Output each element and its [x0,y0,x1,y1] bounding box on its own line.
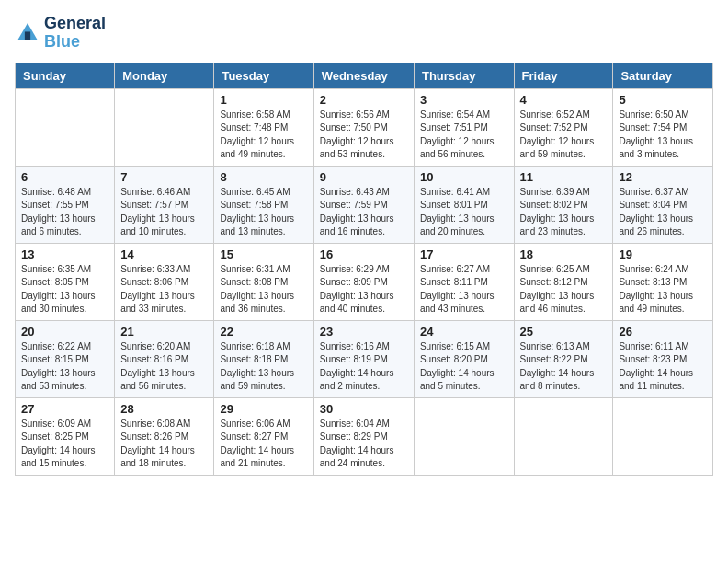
day-info: Sunrise: 6:35 AM Sunset: 8:05 PM Dayligh… [21,263,108,316]
day-info: Sunrise: 6:31 AM Sunset: 8:08 PM Dayligh… [220,263,307,316]
logo-text: General Blue [44,15,106,52]
day-number: 30 [320,402,408,416]
logo: General Blue [15,15,106,52]
calendar-cell: 10Sunrise: 6:41 AM Sunset: 8:01 PM Dayli… [414,166,514,243]
calendar-cell: 6Sunrise: 6:48 AM Sunset: 7:55 PM Daylig… [16,166,115,243]
calendar-cell: 5Sunrise: 6:50 AM Sunset: 7:54 PM Daylig… [613,88,713,166]
calendar-cell: 23Sunrise: 6:16 AM Sunset: 8:19 PM Dayli… [313,320,414,397]
day-number: 18 [520,247,608,261]
day-info: Sunrise: 6:39 AM Sunset: 8:02 PM Dayligh… [520,186,608,239]
day-number: 8 [220,170,307,184]
calendar-cell: 17Sunrise: 6:27 AM Sunset: 8:11 PM Dayli… [414,243,514,320]
calendar-cell: 13Sunrise: 6:35 AM Sunset: 8:05 PM Dayli… [16,243,115,320]
day-number: 13 [21,247,108,261]
calendar-cell: 16Sunrise: 6:29 AM Sunset: 8:09 PM Dayli… [313,243,414,320]
calendar-cell: 28Sunrise: 6:08 AM Sunset: 8:26 PM Dayli… [115,397,214,475]
day-info: Sunrise: 6:54 AM Sunset: 7:51 PM Dayligh… [420,109,508,162]
calendar-week-row: 1Sunrise: 6:58 AM Sunset: 7:48 PM Daylig… [16,88,713,166]
weekday-header-sunday: Sunday [16,63,115,88]
calendar-cell: 22Sunrise: 6:18 AM Sunset: 8:18 PM Dayli… [214,320,313,397]
day-info: Sunrise: 6:50 AM Sunset: 7:54 PM Dayligh… [619,109,707,162]
day-info: Sunrise: 6:52 AM Sunset: 7:52 PM Dayligh… [520,109,608,162]
weekday-header-thursday: Thursday [414,63,514,88]
calendar-cell: 8Sunrise: 6:45 AM Sunset: 7:58 PM Daylig… [214,166,313,243]
day-info: Sunrise: 6:27 AM Sunset: 8:11 PM Dayligh… [420,263,508,316]
day-info: Sunrise: 6:48 AM Sunset: 7:55 PM Dayligh… [21,186,108,239]
day-info: Sunrise: 6:46 AM Sunset: 7:57 PM Dayligh… [120,186,208,239]
calendar-cell: 30Sunrise: 6:04 AM Sunset: 8:29 PM Dayli… [313,397,414,475]
day-number: 20 [21,325,108,339]
day-info: Sunrise: 6:56 AM Sunset: 7:50 PM Dayligh… [320,109,408,162]
weekday-header-wednesday: Wednesday [313,63,414,88]
day-info: Sunrise: 6:29 AM Sunset: 8:09 PM Dayligh… [320,263,408,316]
weekday-header-row: SundayMondayTuesdayWednesdayThursdayFrid… [16,63,713,88]
day-number: 16 [320,247,408,261]
calendar-cell: 24Sunrise: 6:15 AM Sunset: 8:20 PM Dayli… [414,320,514,397]
day-info: Sunrise: 6:25 AM Sunset: 8:12 PM Dayligh… [520,263,608,316]
day-info: Sunrise: 6:11 AM Sunset: 8:23 PM Dayligh… [619,340,707,394]
day-number: 22 [220,325,307,339]
day-info: Sunrise: 6:45 AM Sunset: 7:58 PM Dayligh… [220,186,307,239]
day-number: 27 [21,402,108,416]
day-number: 14 [120,247,208,261]
calendar-cell: 21Sunrise: 6:20 AM Sunset: 8:16 PM Dayli… [115,320,214,397]
calendar-week-row: 27Sunrise: 6:09 AM Sunset: 8:25 PM Dayli… [16,397,713,475]
calendar-week-row: 13Sunrise: 6:35 AM Sunset: 8:05 PM Dayli… [16,243,713,320]
calendar-cell: 9Sunrise: 6:43 AM Sunset: 7:59 PM Daylig… [313,166,414,243]
day-info: Sunrise: 6:20 AM Sunset: 8:16 PM Dayligh… [120,340,208,394]
day-number: 23 [320,325,408,339]
day-number: 25 [520,325,608,339]
calendar-cell [514,397,613,475]
calendar-cell: 7Sunrise: 6:46 AM Sunset: 7:57 PM Daylig… [115,166,214,243]
calendar-cell [414,397,514,475]
calendar-cell [115,88,214,166]
day-info: Sunrise: 6:24 AM Sunset: 8:13 PM Dayligh… [619,263,707,316]
weekday-header-friday: Friday [514,63,613,88]
day-info: Sunrise: 6:16 AM Sunset: 8:19 PM Dayligh… [320,340,408,394]
calendar-cell: 15Sunrise: 6:31 AM Sunset: 8:08 PM Dayli… [214,243,313,320]
day-number: 9 [320,170,408,184]
calendar-cell: 29Sunrise: 6:06 AM Sunset: 8:27 PM Dayli… [214,397,313,475]
day-number: 11 [520,170,608,184]
calendar-cell: 27Sunrise: 6:09 AM Sunset: 8:25 PM Dayli… [16,397,115,475]
day-info: Sunrise: 6:04 AM Sunset: 8:29 PM Dayligh… [320,418,408,471]
svg-rect-2 [25,31,30,40]
day-number: 6 [21,170,108,184]
calendar-cell: 14Sunrise: 6:33 AM Sunset: 8:06 PM Dayli… [115,243,214,320]
day-number: 28 [120,402,208,416]
day-number: 24 [420,325,508,339]
day-number: 2 [320,93,408,107]
day-info: Sunrise: 6:09 AM Sunset: 8:25 PM Dayligh… [21,418,108,471]
day-info: Sunrise: 6:33 AM Sunset: 8:06 PM Dayligh… [120,263,208,316]
calendar-cell: 12Sunrise: 6:37 AM Sunset: 8:04 PM Dayli… [613,166,713,243]
day-info: Sunrise: 6:18 AM Sunset: 8:18 PM Dayligh… [220,340,307,394]
day-number: 29 [220,402,307,416]
day-info: Sunrise: 6:13 AM Sunset: 8:22 PM Dayligh… [520,340,608,394]
day-info: Sunrise: 6:22 AM Sunset: 8:15 PM Dayligh… [21,340,108,394]
calendar-cell: 3Sunrise: 6:54 AM Sunset: 7:51 PM Daylig… [414,88,514,166]
day-number: 26 [619,325,707,339]
day-number: 7 [120,170,208,184]
calendar-cell: 25Sunrise: 6:13 AM Sunset: 8:22 PM Dayli… [514,320,613,397]
day-info: Sunrise: 6:58 AM Sunset: 7:48 PM Dayligh… [220,109,307,162]
day-info: Sunrise: 6:08 AM Sunset: 8:26 PM Dayligh… [120,418,208,471]
calendar-cell: 11Sunrise: 6:39 AM Sunset: 8:02 PM Dayli… [514,166,613,243]
day-info: Sunrise: 6:37 AM Sunset: 8:04 PM Dayligh… [619,186,707,239]
calendar-table: SundayMondayTuesdayWednesdayThursdayFrid… [15,63,713,476]
calendar-cell: 20Sunrise: 6:22 AM Sunset: 8:15 PM Dayli… [16,320,115,397]
day-number: 1 [220,93,307,107]
weekday-header-saturday: Saturday [613,63,713,88]
calendar-cell: 18Sunrise: 6:25 AM Sunset: 8:12 PM Dayli… [514,243,613,320]
day-info: Sunrise: 6:43 AM Sunset: 7:59 PM Dayligh… [320,186,408,239]
weekday-header-monday: Monday [115,63,214,88]
day-info: Sunrise: 6:15 AM Sunset: 8:20 PM Dayligh… [420,340,508,394]
calendar-cell: 1Sunrise: 6:58 AM Sunset: 7:48 PM Daylig… [214,88,313,166]
day-info: Sunrise: 6:41 AM Sunset: 8:01 PM Dayligh… [420,186,508,239]
calendar-cell [16,88,115,166]
calendar-week-row: 20Sunrise: 6:22 AM Sunset: 8:15 PM Dayli… [16,320,713,397]
day-number: 12 [619,170,707,184]
logo-icon [15,20,40,46]
day-number: 21 [120,325,208,339]
day-number: 10 [420,170,508,184]
calendar-cell: 19Sunrise: 6:24 AM Sunset: 8:13 PM Dayli… [613,243,713,320]
